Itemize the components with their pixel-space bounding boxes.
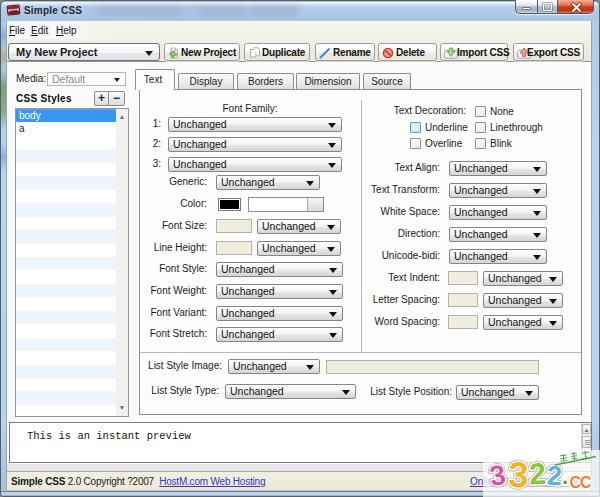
svg-text:.: . <box>562 464 568 489</box>
svg-text:2: 2 <box>528 457 546 491</box>
svg-text:3: 3 <box>508 454 529 496</box>
svg-text:3: 3 <box>488 459 508 492</box>
svg-text:CC: CC <box>569 474 592 491</box>
svg-text:2: 2 <box>546 461 563 492</box>
